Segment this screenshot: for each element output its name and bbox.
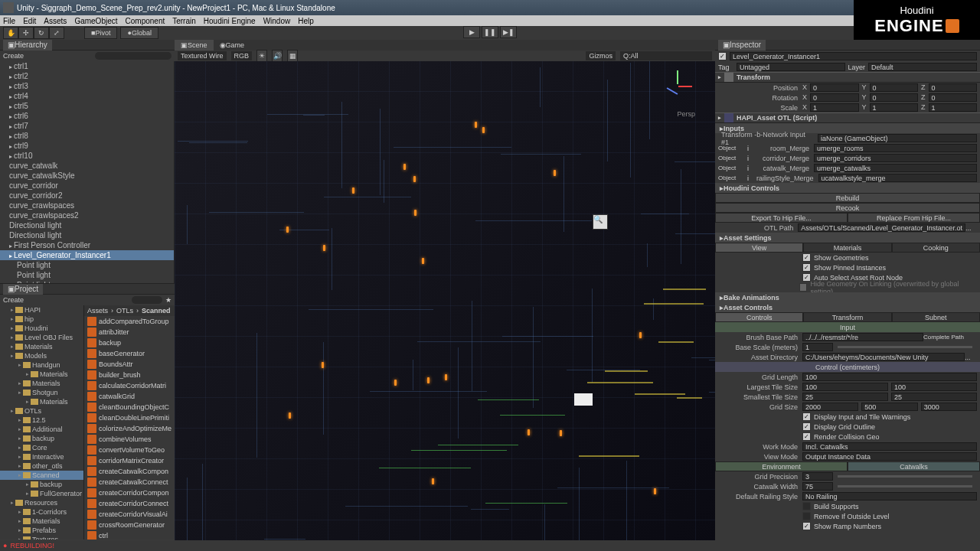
asset-item[interactable]: baseGenerator [84,348,175,359]
tab-controls[interactable]: Controls [715,312,803,322]
folder-item[interactable]: Additional [0,425,83,434]
folder-item[interactable]: OTLs [0,406,83,416]
scene-tabs[interactable]: ▣ Scene ◉ Game [175,40,715,51]
railing-dropdown[interactable]: No Railing [802,492,977,500]
asset-item[interactable]: crossRoomGenerator [84,520,175,530]
pos-z[interactable]: 0 [929,83,977,92]
browse-button[interactable]: ... [965,224,977,232]
hierarchy-item[interactable]: First Person Controller [0,240,174,250]
rebuild-button[interactable]: Rebuild [715,193,980,203]
asset-item[interactable]: cleanDoubleLinePrimiti [84,412,175,423]
audio-toggle[interactable]: 🔊 [272,50,283,62]
input-field[interactable]: umerge_corridors [814,154,977,162]
asset-item[interactable]: BoundsAttr [84,359,175,370]
menu-gameobject[interactable]: GameObject [74,17,117,25]
asset-item[interactable]: addComparedToGroup [84,316,175,327]
asset-item[interactable]: combineVolumes [84,434,175,445]
folder-item[interactable]: Shotgun [0,388,83,397]
rgb-dropdown[interactable]: RGB [231,51,253,60]
hierarchy-item[interactable]: curve_corridor [0,181,174,191]
inspector-tab[interactable]: ▣ Inspector [715,40,980,51]
hierarchy-item[interactable]: Directional light [0,230,174,240]
object-button[interactable]: Object [718,174,747,181]
hierarchy-item[interactable]: ctrl8 [0,131,174,141]
tab-materials[interactable]: Materials [803,243,891,253]
complete-path-button[interactable]: Complete Path [923,334,977,341]
show-geom-cb[interactable]: ✓ [802,253,811,262]
folder-item[interactable]: Core [0,443,83,452]
tag-dropdown[interactable]: Untagged [737,63,845,71]
create-dropdown[interactable]: Create [3,52,24,60]
hierarchy-item[interactable]: Point light [0,260,174,270]
hierarchy-item[interactable]: ctrl6 [0,111,174,121]
asset-item[interactable]: createCorridorVisualAi [84,509,175,520]
hierarchy-item[interactable]: curve_catwalkStyle [0,171,174,181]
object-button[interactable]: Object [718,165,747,171]
grid-outline-cb[interactable]: ✓ [802,422,811,431]
input-field[interactable]: iaNone (GameObject) [818,134,977,142]
folder-tree[interactable]: HAPIhipHoudiniLevel OBJ FilesMaterialsMo… [0,305,84,540]
hierarchy-list[interactable]: ctrl1ctrl2ctrl3ctrl4ctrl5ctrl6ctrl7ctrl8… [0,61,175,283]
remove-outside-cb[interactable] [802,512,811,520]
grid-prec-field[interactable]: 3 [802,472,833,481]
folder-item[interactable]: HAPI [0,305,83,315]
menu-assets[interactable]: Assets [44,17,67,25]
tab-game[interactable]: ◉ Game [214,40,251,51]
menu-edit[interactable]: Edit [23,17,36,25]
hapi-section[interactable]: HAPI_Asset OTL (Script) [715,112,980,123]
base-scale-slider[interactable] [838,346,972,348]
tab-transform[interactable]: Transform [803,312,891,322]
recook-button[interactable]: Recook [715,203,980,213]
catwalk-width-slider[interactable] [838,485,972,487]
rot-z[interactable]: 0 [929,93,977,102]
show-pinned-cb[interactable]: ✓ [802,263,811,272]
asset-item[interactable]: catwalkGrid [84,391,175,402]
asset-item[interactable]: attribJitter [84,327,175,337]
object-button[interactable]: Object [718,145,747,152]
asset-item[interactable]: cleanBoundingObjectC [84,402,175,412]
tab-scene[interactable]: ▣ Scene [175,40,214,51]
transform-section[interactable]: Transform [715,72,980,83]
pause-button[interactable]: ❚❚ [482,26,498,38]
folder-item[interactable]: Scanned [0,471,83,480]
replace-hip-button[interactable]: Replace From Hip File... [848,213,980,223]
asset-item[interactable]: convertVolumeToGeo [84,445,175,455]
layer-dropdown[interactable]: Default [868,63,977,71]
rot-y[interactable]: 0 [870,93,918,102]
folder-item[interactable]: backup [0,434,83,443]
asset-item[interactable]: colorizeAndOptimizeMe [84,423,175,434]
hierarchy-item[interactable]: curve_crawlspaces2 [0,210,174,220]
folder-item[interactable]: Materials [0,517,83,526]
folder-item[interactable]: Materials [0,379,83,388]
asset-item[interactable]: backup [84,337,175,348]
asset-settings-header[interactable]: ▸ Asset Settings [715,233,980,243]
menu-terrain[interactable]: Terrain [172,17,196,25]
tab-view[interactable]: View [715,243,803,253]
folder-item[interactable]: Materials [0,370,83,379]
collision-cb[interactable]: ✓ [802,432,811,441]
global-toggle[interactable]: ● Global [120,27,158,39]
shading-dropdown[interactable]: Textured Wire [178,51,227,60]
folder-item[interactable]: Materials [0,342,83,351]
menu-houdini engine[interactable]: Houdini Engine [204,17,256,25]
folder-item[interactable]: Houdini [0,324,83,333]
asset-item[interactable]: builder_brush [84,370,175,380]
hierarchy-item[interactable]: ctrl7 [0,121,174,131]
base-scale-field[interactable]: 1 [802,343,833,351]
pos-y[interactable]: 0 [870,83,918,92]
bake-header[interactable]: ▸ Bake Animations [715,292,980,302]
smallest-tile-1[interactable]: 25 [802,393,888,401]
menu-file[interactable]: File [3,17,15,25]
build-supports-cb[interactable] [802,502,811,510]
otl-path-field[interactable]: Assets/OTLs/Scanned/Level_Generator_Inst… [798,223,965,232]
hierarchy-item[interactable]: ctrl3 [0,81,174,91]
asset-list[interactable]: Assets›OTLs›Scanned addComparedToGroupat… [84,305,175,540]
scene-viewport[interactable]: Persp 🔍 [175,61,715,551]
scale-z[interactable]: 1 [929,103,977,112]
input-field[interactable]: umerge_rooms [814,144,977,152]
hierarchy-item[interactable]: ctrl5 [0,101,174,111]
ramp-numbers-cb[interactable]: ✓ [802,522,811,530]
folder-item[interactable]: Level OBJ Files [0,333,83,342]
scale-x[interactable]: 1 [810,103,858,112]
asset-item[interactable]: createCorridorConnect [84,498,175,509]
